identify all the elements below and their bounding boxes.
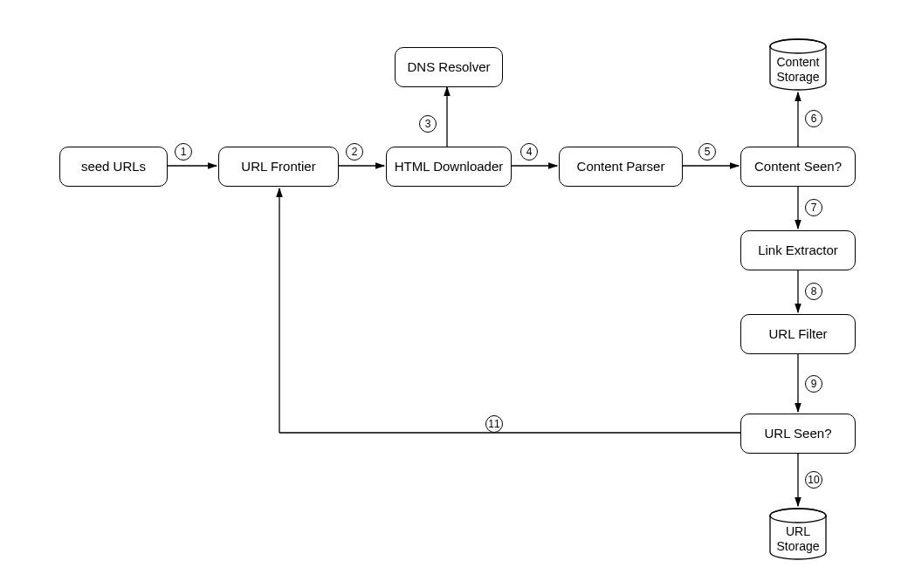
edge-badge-1: 1	[175, 143, 192, 161]
edge-badge-11: 11	[485, 415, 503, 433]
edge-label: 1	[181, 146, 187, 158]
node-url-frontier: URL Frontier	[218, 147, 339, 187]
edge-label: 9	[811, 378, 817, 390]
node-label: Content Storage	[776, 55, 819, 85]
node-dns-resolver: DNS Resolver	[395, 47, 503, 87]
edge-badge-6: 6	[805, 110, 822, 127]
edge-label: 6	[811, 113, 817, 125]
edge-badge-8: 8	[805, 283, 822, 300]
edge-label: 8	[811, 285, 817, 297]
edge-label: 7	[811, 202, 817, 214]
node-label: Content Seen?	[754, 159, 842, 174]
node-label: URL Seen?	[765, 426, 832, 441]
edge-label: 2	[352, 146, 358, 158]
node-label: URL Frontier	[241, 159, 315, 174]
edge-badge-5: 5	[698, 143, 716, 161]
node-content-seen: Content Seen?	[740, 147, 856, 187]
edge-badge-9: 9	[805, 375, 822, 393]
edge-label: 4	[526, 146, 533, 158]
node-label: Content Parser	[577, 159, 665, 174]
diagram-canvas: seed URLs URL Frontier HTML Downloader D…	[0, 0, 915, 588]
edge-badge-4: 4	[520, 143, 538, 161]
node-content-storage: Content Storage	[768, 38, 828, 91]
node-label: DNS Resolver	[407, 59, 490, 75]
node-content-parser: Content Parser	[559, 147, 683, 187]
node-url-filter: URL Filter	[740, 314, 856, 354]
node-link-extractor: Link Extractor	[740, 230, 856, 270]
node-label: URL Filter	[769, 326, 828, 342]
node-html-downloader: HTML Downloader	[386, 147, 512, 187]
node-url-seen: URL Seen?	[740, 414, 856, 454]
edge-label: 10	[808, 474, 819, 486]
node-url-storage: URL Storage	[768, 508, 828, 560]
node-label: Link Extractor	[758, 243, 838, 258]
edge-badge-10: 10	[805, 471, 822, 489]
edge-badge-3: 3	[419, 115, 437, 133]
edge-label: 3	[425, 118, 431, 130]
edge-label: 5	[705, 146, 711, 158]
edge-badge-2: 2	[346, 143, 363, 161]
node-label: HTML Downloader	[395, 159, 504, 174]
edge-badge-7: 7	[805, 199, 822, 216]
node-seed-urls: seed URLs	[59, 147, 168, 187]
node-label: seed URLs	[81, 159, 146, 174]
edge-label: 11	[488, 418, 499, 430]
node-label: URL Storage	[776, 524, 819, 554]
